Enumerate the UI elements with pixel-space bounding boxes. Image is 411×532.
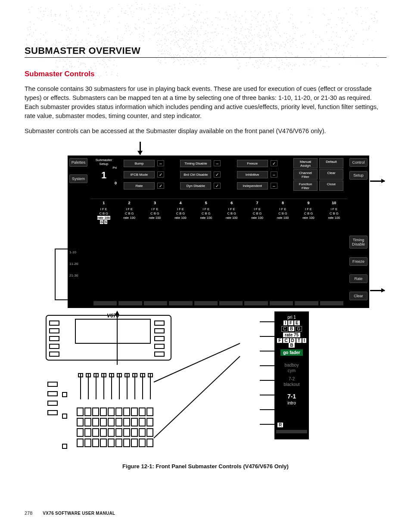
detail-corner: R <box>275 423 308 427</box>
default-button[interactable]: Default <box>319 158 343 168</box>
channel-filter-button[interactable]: Channel Filter <box>293 169 318 180</box>
side-timing-disable-button[interactable]: Timing Disable <box>349 236 367 249</box>
toggle-inhibitive[interactable]: Inhibitive– <box>237 169 292 180</box>
toggle-independent[interactable]: Independent– <box>237 180 292 191</box>
submaster-col[interactable]: I F EC B Grate 100 <box>296 207 321 224</box>
svg-rect-54 <box>108 418 114 426</box>
page-number: 278 <box>25 510 32 516</box>
figure-caption: Figure 12-1: Front Panel Submaster Contr… <box>25 463 386 470</box>
page-title: SUBMASTER OVERVIEW <box>25 45 386 58</box>
toggle-freeze[interactable]: Freeze✓ <box>237 158 292 168</box>
close-button[interactable]: Close <box>319 180 343 191</box>
svg-rect-55 <box>116 418 122 426</box>
function-filter-button[interactable]: Function Filter <box>293 180 318 191</box>
svg-rect-80 <box>62 392 67 397</box>
submaster-col[interactable]: I F EC B Grate 100 <box>142 207 168 224</box>
submaster-col[interactable]: I F EC B Grate 100 <box>219 207 244 224</box>
toggle-dyn-disable[interactable]: Dyn Disable✓ <box>180 180 235 191</box>
svg-rect-63 <box>100 429 106 436</box>
go-fader-button[interactable]: go fader <box>275 348 308 356</box>
svg-rect-2 <box>50 321 59 325</box>
svg-rect-35 <box>48 411 57 415</box>
svg-rect-7 <box>155 321 164 325</box>
submaster-col[interactable]: I F EC B Grate 100 <box>193 207 219 224</box>
toggle-bump[interactable]: Bump– <box>124 158 178 168</box>
figure: Palettes System Submaster Setup Pri 1 0 … <box>25 149 386 477</box>
col-num: 4 <box>168 201 193 205</box>
side-clear-button[interactable]: Clear <box>349 292 367 300</box>
submaster-col[interactable]: I F EC B Grate 100 <box>168 207 193 224</box>
side-rate-button[interactable]: Rate <box>349 274 367 283</box>
toggle-brd-ctrl-disable[interactable]: Brd Ctrl Disable✓ <box>180 169 235 180</box>
pri-label: Pri <box>91 166 117 170</box>
svg-rect-53 <box>100 418 106 426</box>
svg-rect-6 <box>50 352 59 356</box>
svg-rect-44 <box>108 408 114 416</box>
submaster-col[interactable]: I F EC B Grate 100G S <box>91 207 116 224</box>
manual-assign-button[interactable]: Manual Assign <box>293 158 318 168</box>
svg-rect-11 <box>155 352 164 356</box>
col-num: 3 <box>142 201 168 205</box>
svg-rect-79 <box>147 439 153 447</box>
bank-1-10[interactable]: 1-10 <box>69 250 78 254</box>
svg-rect-76 <box>124 439 130 447</box>
svg-rect-38 <box>48 401 57 405</box>
svg-rect-4 <box>50 336 59 341</box>
col-num: 10 <box>321 201 347 205</box>
svg-rect-52 <box>93 418 99 426</box>
callout-arrow-down <box>140 142 141 155</box>
bank-labels: 1-10 11-20 21-30 <box>69 250 78 277</box>
callout-arrow-setup <box>370 180 385 182</box>
svg-rect-45 <box>116 408 122 416</box>
svg-rect-67 <box>131 429 137 436</box>
svg-rect-43 <box>100 408 106 416</box>
tab-setup[interactable]: Setup <box>349 171 367 180</box>
toggle-timing-disable[interactable]: Timing Disable– <box>180 158 235 168</box>
svg-rect-42 <box>93 408 99 416</box>
svg-rect-36 <box>48 382 57 386</box>
svg-rect-78 <box>139 439 145 447</box>
submaster-col[interactable]: I F EC B Grate 100 <box>270 207 296 224</box>
submaster-columns: I F EC B Grate 100G SI F EC B Grate 100I… <box>91 207 347 224</box>
svg-rect-39 <box>48 411 57 415</box>
submaster-col[interactable]: I F EC B Grate 100 <box>116 207 142 224</box>
svg-rect-70 <box>77 439 83 447</box>
svg-rect-65 <box>116 429 122 436</box>
tab-palettes[interactable]: Palettes <box>69 158 87 167</box>
clear-button[interactable]: Clear <box>319 169 343 180</box>
svg-rect-64 <box>108 429 114 436</box>
bank-21-30[interactable]: 21-30 <box>69 274 78 277</box>
bank-11-20[interactable]: 11-20 <box>69 262 78 266</box>
svg-rect-8 <box>155 329 164 333</box>
toggle-ifcb-mode[interactable]: IFCB Mode✓ <box>124 169 178 180</box>
svg-rect-33 <box>48 392 57 396</box>
page-footer: 278 VX76 SOFTWARE USER MANUAL <box>25 510 115 516</box>
svg-rect-49 <box>147 408 153 416</box>
svg-rect-47 <box>131 408 137 416</box>
screenshot-right-tabs: Control Setup <box>349 158 367 180</box>
svg-rect-32 <box>48 382 57 386</box>
tab-system[interactable]: System <box>69 174 87 183</box>
svg-rect-59 <box>147 418 153 426</box>
svg-rect-40 <box>77 408 83 416</box>
tab-control[interactable]: Control <box>349 158 367 167</box>
svg-rect-57 <box>131 418 137 426</box>
screenshot-side-buttons: Timing DisableFreezeRateClear <box>349 236 367 300</box>
submaster-col[interactable]: I F EC B Grate 100 <box>244 207 270 224</box>
detail-pri: pri 1 <box>275 315 308 320</box>
svg-rect-56 <box>124 418 130 426</box>
svg-rect-51 <box>85 418 91 426</box>
setup-label: Submaster Setup <box>91 158 117 166</box>
detail-line1: badboy <box>275 363 308 367</box>
submaster-col[interactable]: I F EC B Grate 100 <box>321 207 347 224</box>
side-freeze-button[interactable]: Freeze <box>349 257 367 266</box>
svg-rect-73 <box>100 439 106 447</box>
callout-arrow-clear <box>370 290 385 291</box>
toggle-grid: Bump–Timing Disable–Freeze✓Manual Assign… <box>124 158 343 191</box>
col-num: 9 <box>296 201 321 205</box>
svg-rect-41 <box>85 408 91 416</box>
toggle-rate[interactable]: Rate✓ <box>124 180 178 191</box>
svg-rect-10 <box>155 344 164 348</box>
svg-rect-60 <box>77 429 83 436</box>
detail-bottom-bar <box>276 430 307 433</box>
